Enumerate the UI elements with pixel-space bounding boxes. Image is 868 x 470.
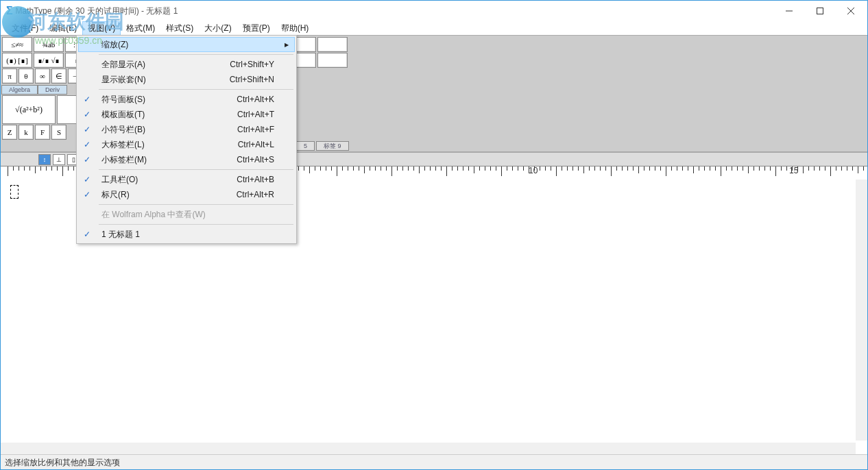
ruler-label-10: 10 [529, 166, 538, 175]
menu-1[interactable]: 编辑(E) [44, 21, 82, 36]
menu-2[interactable]: 视图(V) [82, 21, 121, 36]
svg-rect-1 [817, 8, 823, 14]
app-icon: Σ [6, 5, 13, 17]
menuitem-3-0[interactable]: ✓工具栏(O)Ctrl+Alt+B [78, 172, 295, 187]
small-tab-0[interactable]: 5 [296, 141, 315, 151]
status-bar: 选择缩放比例和其他的显示选项 [1, 454, 867, 469]
view-menu-dropdown: 缩放(Z)▶全部显示(A)Ctrl+Shift+Y显示嵌套(N)Ctrl+Shi… [76, 35, 297, 244]
minimize-button[interactable] [773, 1, 804, 21]
menuitem-5-0[interactable]: ✓1 无标题 1 [78, 227, 295, 242]
tr1-btn-1[interactable]: ¾ab [34, 37, 64, 52]
smallbar-btn-1[interactable]: ⊥ [53, 154, 65, 165]
menu-3[interactable]: 格式(M) [121, 21, 160, 36]
menu-7[interactable]: 帮助(H) [276, 21, 315, 36]
tr4-btn-0[interactable]: Z [2, 125, 17, 140]
vertical-scrollbar[interactable] [856, 180, 867, 441]
tr4-btn-3[interactable]: S [51, 125, 67, 140]
tr1-blank-1[interactable] [317, 37, 348, 52]
menuitem-0-0[interactable]: 缩放(Z)▶ [78, 37, 295, 52]
small-tab-1[interactable]: 标签 9 [316, 141, 349, 151]
tr4-btn-1[interactable]: k [19, 125, 34, 140]
tr3-btn-1[interactable]: θ [19, 69, 34, 84]
menuitem-2-1[interactable]: ✓模板面板(T)Ctrl+Alt+T [78, 107, 295, 122]
tr4-btn-2[interactable]: F [35, 125, 50, 140]
menu-5[interactable]: 大小(Z) [199, 21, 237, 36]
menu-0[interactable]: 文件(F) [6, 21, 44, 36]
tr3-btn-3[interactable]: ∈ [51, 69, 67, 84]
menuitem-1-0[interactable]: 全部显示(A)Ctrl+Shift+Y [78, 57, 295, 72]
maximize-button[interactable] [804, 1, 835, 21]
smallbar-btn-0[interactable]: ↕ [38, 154, 51, 165]
menuitem-2-0[interactable]: ✓符号面板(S)Ctrl+Alt+K [78, 92, 295, 107]
menu-4[interactable]: 样式(S) [160, 21, 199, 36]
menu-6[interactable]: 预置(P) [237, 21, 276, 36]
menuitem-2-3[interactable]: ✓大标签栏(L)Ctrl+Alt+L [78, 137, 295, 152]
big-tab-0[interactable]: Algebra [1, 85, 38, 95]
menuitem-4-0: 在 Wolfram Alpha 中查看(W) [78, 207, 295, 222]
ruler-label-15: 15 [789, 166, 798, 175]
tr2-btn-0[interactable]: (∎) [∎] [2, 53, 32, 68]
insertion-cursor [10, 185, 19, 199]
close-button[interactable] [835, 1, 866, 21]
window-title: MathType (剩余 30 天的试用时间) - 无标题 1 [16, 5, 178, 17]
menuitem-2-4[interactable]: ✓小标签栏(M)Ctrl+Alt+S [78, 152, 295, 167]
tr1-btn-0[interactable]: ≤≠≈ [2, 37, 32, 52]
tr2-blank-1[interactable] [317, 53, 348, 68]
menuitem-3-1[interactable]: ✓标尺(R)Ctrl+Alt+R [78, 187, 295, 202]
horizontal-scrollbar[interactable] [1, 443, 856, 454]
menuitem-1-1[interactable]: 显示嵌套(N)Ctrl+Shift+N [78, 72, 295, 87]
menuitem-2-2[interactable]: ✓小符号栏(B)Ctrl+Alt+F [78, 122, 295, 137]
tr3-btn-0[interactable]: π [2, 69, 17, 84]
menubar: 文件(F)编辑(E)视图(V)格式(M)样式(S)大小(Z)预置(P)帮助(H) [1, 21, 867, 35]
bigrow-btn-0[interactable]: √(a²+b²) [2, 95, 56, 124]
tr2-btn-1[interactable]: ∎/∎ √∎ [34, 53, 64, 68]
big-tab-1[interactable]: Deriv [38, 85, 67, 95]
tr3-btn-2[interactable]: ∞ [35, 69, 50, 84]
